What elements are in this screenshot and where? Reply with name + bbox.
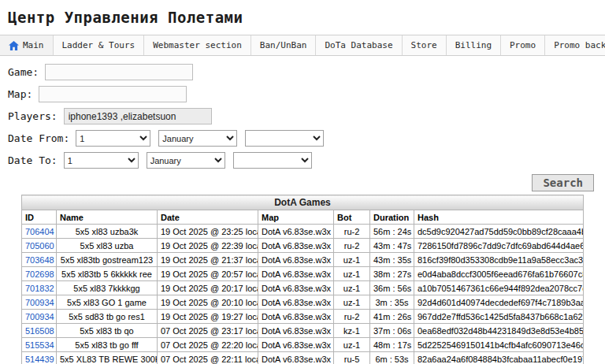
tab-billing[interactable]: Billing bbox=[447, 35, 501, 55]
cell-date: 19 Oct 2025 @ 22:39 local bbox=[158, 239, 258, 253]
date-from-year-select[interactable] bbox=[245, 130, 324, 147]
tab-label: Billing bbox=[455, 40, 492, 50]
cell-name: 5x5 xl83 7kkkkgg bbox=[57, 281, 158, 295]
map-input[interactable] bbox=[39, 86, 187, 102]
cell-name: 5x5 xl83tb 5 6kkkkk ree bbox=[57, 267, 158, 281]
game-input[interactable] bbox=[45, 64, 193, 80]
tab-label: Store bbox=[411, 40, 437, 50]
tab-label: DoTa Database bbox=[325, 40, 392, 50]
tab-label: Ban/UnBan bbox=[260, 40, 307, 50]
cell-map: DotA v6.83se.w3x bbox=[258, 338, 334, 352]
cell-date: 07 Oct 2025 @ 22:11 local bbox=[158, 352, 258, 364]
cell-id: 516508 bbox=[22, 324, 57, 338]
game-id-link[interactable]: 515534 bbox=[25, 340, 54, 350]
games-table-body: 7064045x5 xl83 uzba3k19 Oct 2025 @ 23:25… bbox=[22, 225, 584, 364]
table-row: 7009345x5 xl83 GO 1 game19 Oct 2025 @ 20… bbox=[22, 295, 584, 310]
game-id-link[interactable]: 700934 bbox=[25, 298, 54, 307]
date-from-label: Date From: bbox=[8, 132, 69, 144]
tab-dota-database[interactable]: DoTa Database bbox=[316, 35, 402, 55]
tab-promo-background[interactable]: Promo background bbox=[545, 35, 605, 55]
game-id-link[interactable]: 703648 bbox=[25, 255, 54, 265]
game-id-link[interactable]: 701832 bbox=[25, 284, 54, 293]
cell-id: 701832 bbox=[22, 281, 57, 295]
cell-map: DotA v6.83se.w3x bbox=[258, 281, 334, 295]
cell-date: 19 Oct 2025 @ 21:37 local bbox=[158, 253, 258, 267]
cell-id: 703648 bbox=[22, 253, 57, 267]
tab-label: Webmaster section bbox=[153, 40, 242, 50]
cell-bot: ru-2 bbox=[334, 310, 370, 324]
cell-id: 515534 bbox=[22, 338, 57, 352]
tab-store[interactable]: Store bbox=[403, 35, 447, 55]
table-row: 7050605x5 xl83 uzba19 Oct 2025 @ 22:39 l… bbox=[22, 239, 584, 253]
cell-hash: e0d4aba8dccf3005f6eead676fa61b76607c8535 bbox=[414, 267, 584, 281]
cell-hash: 7286150fd7896c7dd9c7dfc69abd644d4ae66f33 bbox=[414, 239, 584, 253]
cell-map: DotA v6.83se.w3x bbox=[258, 295, 334, 310]
cell-name: 5x5 xl83 uzba3k bbox=[57, 225, 158, 239]
cell-map: DotA v6.83se.w3x bbox=[258, 225, 334, 239]
cell-duration: 38m : 27s bbox=[370, 267, 414, 281]
game-row: Game: bbox=[8, 64, 605, 80]
cell-bot: ru-2 bbox=[334, 239, 370, 253]
date-to-month-select[interactable]: January bbox=[147, 152, 225, 169]
cell-duration: 37m : 06s bbox=[370, 324, 414, 338]
date-to-year-select[interactable] bbox=[233, 152, 312, 169]
filter-form: Game: Map: Players: Date From: 1 January… bbox=[0, 56, 605, 169]
cell-id: 702698 bbox=[22, 267, 57, 281]
cell-map: DotA v6.83se.w3x bbox=[258, 239, 334, 253]
tab-label: Promo background bbox=[554, 40, 605, 50]
col-header-duration: Duration bbox=[370, 210, 414, 225]
players-input[interactable] bbox=[64, 108, 212, 124]
date-from-month-select[interactable]: January bbox=[158, 130, 237, 147]
table-row: 7026985x5 xl83tb 5 6kkkkk ree19 Oct 2025… bbox=[22, 267, 584, 281]
table-row: 7009345x5 sd83 tb go res119 Oct 2025 @ 1… bbox=[22, 310, 584, 324]
tab-ban-unban[interactable]: Ban/UnBan bbox=[251, 35, 317, 55]
date-to-day-select[interactable]: 1 bbox=[64, 152, 139, 169]
players-row: Players: bbox=[8, 108, 605, 124]
cell-hash: 967dd2e7ffd536c1425d5fa8437b668c1a622401 bbox=[414, 310, 584, 324]
page-title: Центр Управления Полетами bbox=[0, 0, 605, 35]
date-from-day-select[interactable]: 1 bbox=[76, 130, 150, 147]
game-id-link[interactable]: 514439 bbox=[25, 355, 54, 364]
col-header-map: Map bbox=[258, 210, 334, 225]
cell-duration: 43m : 47s bbox=[370, 239, 414, 253]
table-row: 7036485x5 xl83tb gostream12319 Oct 2025 … bbox=[22, 253, 584, 267]
tab-promo[interactable]: Promo bbox=[501, 35, 545, 55]
cell-duration: 3m : 35s bbox=[370, 295, 414, 310]
game-id-link[interactable]: 706404 bbox=[25, 227, 54, 236]
game-label: Game: bbox=[8, 66, 39, 78]
cell-hash: 92d4d601d40974decdedef697f4c7189b3aa553c bbox=[414, 295, 584, 310]
table-row: 5144395x5 XL83 TB REWE 300K07 Oct 2025 @… bbox=[22, 352, 584, 364]
col-header-id: ID bbox=[22, 210, 57, 225]
game-id-link[interactable]: 702698 bbox=[25, 269, 54, 279]
tab-webmaster-section[interactable]: Webmaster section bbox=[144, 35, 251, 55]
table-header-row: ID Name Date Map Bot Duration Hash bbox=[22, 210, 584, 225]
cell-hash: 82a6aa24a6f084884b3fcabaa11abecf0e197d96 bbox=[414, 352, 584, 364]
tab-label: Main bbox=[23, 40, 44, 50]
cell-map: DotA v6.83se.w3x bbox=[258, 324, 334, 338]
cell-map: DotA v6.83se.w3x bbox=[258, 253, 334, 267]
table-row: 5165085x5 xl83 tb qo07 Oct 2025 @ 23:17 … bbox=[22, 324, 584, 338]
players-label: Players: bbox=[8, 110, 58, 122]
table-row: 7064045x5 xl83 uzba3k19 Oct 2025 @ 23:25… bbox=[22, 225, 584, 239]
cell-date: 07 Oct 2025 @ 22:20 local bbox=[158, 338, 258, 352]
cell-name: 5x5 xl83tb gostream123 bbox=[57, 253, 158, 267]
cell-date: 07 Oct 2025 @ 23:17 local bbox=[158, 324, 258, 338]
game-id-link[interactable]: 700934 bbox=[25, 312, 54, 321]
cell-date: 19 Oct 2025 @ 20:10 local bbox=[158, 295, 258, 310]
cell-hash: dc5d9c920427ad75dd59c0bb89cf28caaa4b58ba bbox=[414, 225, 584, 239]
tab-ladder-tours[interactable]: Ladder & Tours bbox=[54, 35, 145, 55]
search-button[interactable]: Search bbox=[532, 174, 594, 191]
cell-map: DotA v6.83se.w3x bbox=[258, 310, 334, 324]
cell-bot: ru-5 bbox=[334, 352, 370, 364]
table-row: 7018325x5 xl83 7kkkkgg19 Oct 2025 @ 20:1… bbox=[22, 281, 584, 295]
main-nav: Main Ladder & Tours Webmaster section Ba… bbox=[0, 35, 605, 56]
cell-bot: uz-1 bbox=[334, 338, 370, 352]
game-id-link[interactable]: 516508 bbox=[25, 326, 54, 336]
cell-duration: 36m : 56s bbox=[370, 281, 414, 295]
tab-main[interactable]: Main bbox=[0, 35, 54, 55]
game-id-link[interactable]: 705060 bbox=[25, 241, 54, 251]
cell-hash: 5d22525469150141b4cfb4afc6090713e46c032b bbox=[414, 338, 584, 352]
cell-duration: 48m : 17s bbox=[370, 338, 414, 352]
cell-name: 5x5 xl83 tb qo bbox=[57, 324, 158, 338]
cell-id: 706404 bbox=[22, 225, 57, 239]
